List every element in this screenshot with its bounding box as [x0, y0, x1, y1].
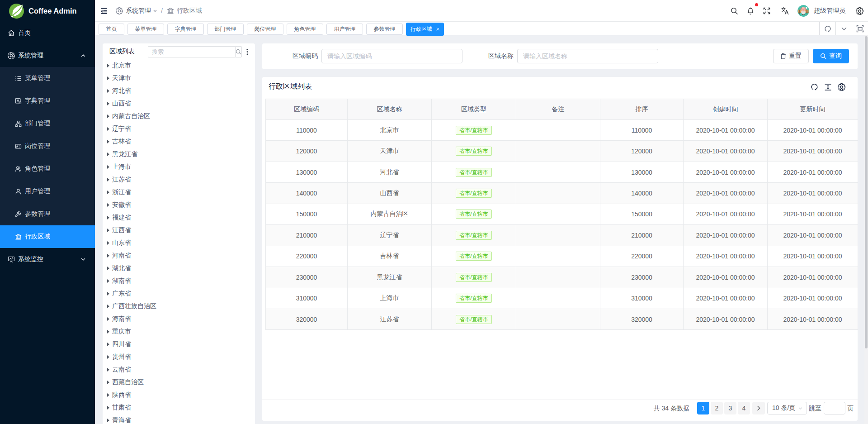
tree-expand-arrow-icon[interactable]: [107, 102, 109, 105]
tab-岗位管理[interactable]: 岗位管理: [247, 24, 283, 35]
tab-行政区域[interactable]: 行政区域: [406, 23, 444, 36]
tree-expand-arrow-icon[interactable]: [107, 114, 109, 118]
tab-部门管理[interactable]: 部门管理: [207, 24, 244, 35]
tree-expand-arrow-icon[interactable]: [107, 152, 109, 156]
tree-item-内蒙古自治区[interactable]: 内蒙古自治区: [103, 110, 255, 123]
tree-expand-arrow-icon[interactable]: [107, 406, 109, 410]
tree-item-安徽省[interactable]: 安徽省: [103, 199, 255, 211]
table-row[interactable]: 150000内蒙古自治区省市/直辖市1500002020-10-01 00:00…: [266, 204, 858, 224]
tree-expand-arrow-icon[interactable]: [107, 279, 109, 283]
tree-item-天津市[interactable]: 天津市: [103, 72, 255, 85]
sidebar-item-角色管理[interactable]: 角色管理: [0, 157, 95, 180]
tree-expand-arrow-icon[interactable]: [107, 254, 109, 257]
tree-item-河南省[interactable]: 河南省: [103, 249, 255, 262]
filter-code-input[interactable]: [321, 49, 462, 63]
tab-字典管理[interactable]: 字典管理: [167, 24, 204, 35]
tree-item-四川省[interactable]: 四川省: [103, 338, 255, 351]
page-size-select[interactable]: 10 条/页: [767, 402, 807, 414]
user-name[interactable]: 超级管理员: [814, 7, 845, 15]
table-refresh-icon[interactable]: [811, 83, 818, 91]
table-row[interactable]: 130000河北省省市/直辖市1300002020-10-01 00:00:00…: [266, 162, 858, 182]
tree-item-北京市[interactable]: 北京市: [103, 59, 255, 72]
translate-icon[interactable]: [777, 0, 793, 22]
tree-item-江苏省[interactable]: 江苏省: [103, 173, 255, 186]
tree-expand-arrow-icon[interactable]: [107, 216, 109, 219]
tab-首页[interactable]: 首页: [99, 24, 124, 35]
sidebar-item-行政区域[interactable]: 行政区域: [0, 225, 95, 248]
content-maximize-icon[interactable]: [852, 22, 868, 35]
tab-参数管理[interactable]: 参数管理: [366, 24, 403, 35]
tree-item-福建省[interactable]: 福建省: [103, 211, 255, 224]
pagination-next-icon[interactable]: [752, 402, 765, 414]
table-settings-gear-icon[interactable]: [838, 83, 845, 91]
tree-expand-arrow-icon[interactable]: [107, 393, 109, 397]
tree-expand-arrow-icon[interactable]: [107, 76, 109, 80]
sidebar-item-首页[interactable]: 首页: [0, 22, 95, 44]
sidebar-item-字典管理[interactable]: 字典管理: [0, 90, 95, 112]
tree-item-山东省[interactable]: 山东省: [103, 237, 255, 249]
tree-expand-arrow-icon[interactable]: [107, 178, 109, 181]
tree-item-青海省[interactable]: 青海省: [103, 414, 255, 424]
table-row[interactable]: 310000上海市省市/直辖市3100002020-10-01 00:00:00…: [266, 288, 858, 309]
sidebar-item-部门管理[interactable]: 部门管理: [0, 112, 95, 135]
tree-expand-arrow-icon[interactable]: [107, 355, 109, 359]
tree-search-button[interactable]: [235, 46, 242, 57]
fullscreen-icon[interactable]: [759, 0, 775, 22]
table-row[interactable]: 140000山西省省市/直辖市1400002020-10-01 00:00:00…: [266, 183, 858, 204]
table-row-height-icon[interactable]: [824, 83, 832, 91]
tree-item-湖北省[interactable]: 湖北省: [103, 262, 255, 275]
tree-expand-arrow-icon[interactable]: [107, 64, 109, 67]
tree-item-山西省[interactable]: 山西省: [103, 97, 255, 110]
tree-item-广西壮族自治区[interactable]: 广西壮族自治区: [103, 300, 255, 313]
tree-expand-arrow-icon[interactable]: [107, 317, 109, 321]
breadcrumb-item-first[interactable]: 系统管理: [126, 7, 151, 15]
tree-item-湖南省[interactable]: 湖南省: [103, 275, 255, 287]
tree-expand-arrow-icon[interactable]: [107, 330, 109, 333]
tree-expand-arrow-icon[interactable]: [107, 203, 109, 207]
tree-item-海南省[interactable]: 海南省: [103, 313, 255, 325]
tabs-refresh-icon[interactable]: [819, 22, 835, 35]
scrollbar-thumb[interactable]: [865, 36, 868, 348]
table-row[interactable]: 110000北京市省市/直辖市1100002020-10-01 00:00:00…: [266, 120, 858, 141]
jump-page-input[interactable]: [824, 402, 845, 414]
tree-expand-arrow-icon[interactable]: [107, 267, 109, 270]
reset-button[interactable]: 重置: [773, 49, 809, 63]
tree-search-input[interactable]: [148, 46, 235, 57]
tree-expand-arrow-icon[interactable]: [107, 343, 109, 346]
tree-item-陕西省[interactable]: 陕西省: [103, 389, 255, 401]
tree-item-广东省[interactable]: 广东省: [103, 287, 255, 300]
tree-item-辽宁省[interactable]: 辽宁省: [103, 123, 255, 135]
sidebar-item-菜单管理[interactable]: 菜单管理: [0, 67, 95, 90]
tree-item-浙江省[interactable]: 浙江省: [103, 186, 255, 199]
avatar[interactable]: [797, 5, 809, 17]
query-button[interactable]: 查询: [813, 49, 849, 63]
table-row[interactable]: 210000辽宁省省市/直辖市2100002020-10-01 00:00:00…: [266, 225, 858, 246]
tree-expand-arrow-icon[interactable]: [107, 419, 109, 422]
tree-expand-arrow-icon[interactable]: [107, 140, 109, 143]
tree-expand-arrow-icon[interactable]: [107, 292, 109, 295]
tab-用户管理[interactable]: 用户管理: [326, 24, 363, 35]
page-scrollbar[interactable]: [864, 35, 868, 424]
tree-item-贵州省[interactable]: 贵州省: [103, 351, 255, 363]
sidebar-item-用户管理[interactable]: 用户管理: [0, 180, 95, 203]
tab-菜单管理[interactable]: 菜单管理: [127, 24, 164, 35]
tree-expand-arrow-icon[interactable]: [107, 241, 109, 245]
tree-expand-arrow-icon[interactable]: [107, 305, 109, 308]
sidebar-item-系统管理[interactable]: 系统管理: [0, 44, 95, 67]
tab-close-icon[interactable]: [436, 28, 439, 31]
table-row[interactable]: 320000江苏省省市/直辖市3200002020-10-01 00:00:00…: [266, 309, 858, 329]
tree-item-黑龙江省[interactable]: 黑龙江省: [103, 148, 255, 161]
tree-more-icon[interactable]: [244, 48, 250, 56]
page-button-1[interactable]: 1: [697, 402, 709, 414]
tree-expand-arrow-icon[interactable]: [107, 229, 109, 232]
table-row[interactable]: 120000天津市省市/直辖市1200002020-10-01 00:00:00…: [266, 141, 858, 162]
sidebar-item-系统监控[interactable]: 系统监控: [0, 248, 95, 271]
page-button-2[interactable]: 2: [711, 402, 723, 414]
tab-角色管理[interactable]: 角色管理: [287, 24, 323, 35]
tree-expand-arrow-icon[interactable]: [107, 368, 109, 372]
tree-item-上海市[interactable]: 上海市: [103, 161, 255, 173]
filter-name-input[interactable]: [517, 49, 658, 63]
tree-expand-arrow-icon[interactable]: [107, 89, 109, 93]
tree-item-河北省[interactable]: 河北省: [103, 85, 255, 97]
sidebar-fold-icon[interactable]: [100, 7, 108, 14]
